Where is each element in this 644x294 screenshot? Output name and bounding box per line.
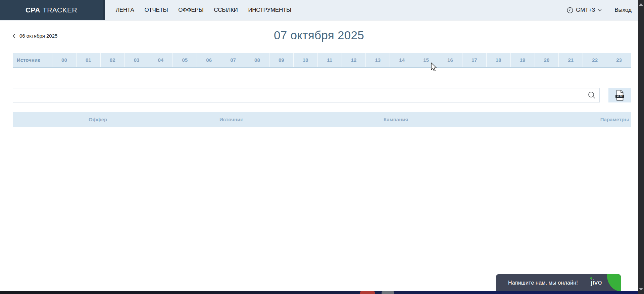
- main-menu: ЛЕНТАОТЧЕТЫОФФЕРЫССЫЛКИИНСТРУМЕНТЫ: [116, 0, 291, 20]
- jivo-leaf-icon: [607, 274, 621, 291]
- hour-column-21: 21: [558, 53, 583, 67]
- hour-column-11: 11: [317, 53, 342, 67]
- bottom-bar: [0, 291, 638, 294]
- table-header-offer: Оффер: [85, 112, 216, 127]
- search-icon[interactable]: [588, 91, 596, 99]
- logo-text-bold: CPA: [26, 6, 40, 14]
- bottom-bar-gray-chip: [382, 291, 394, 294]
- table-header-empty: [13, 112, 85, 127]
- hour-column-15: 15: [414, 53, 438, 67]
- hour-column-02: 02: [100, 53, 125, 67]
- hour-column-00: 00: [52, 53, 76, 67]
- vertical-scrollbar[interactable]: [638, 0, 644, 294]
- nav-item-offery[interactable]: ОФФЕРЫ: [178, 7, 203, 13]
- page-head: 06 октября 2025 07 октября 2025: [0, 20, 638, 53]
- bottom-bar-red-chip: [360, 291, 375, 294]
- results-table-header: ОфферИсточникКампанияПараметры: [13, 112, 631, 127]
- search-row: XLSX: [13, 88, 631, 102]
- jivo-logo-text: jivo: [591, 278, 602, 286]
- jivo-logo: jivo: [591, 278, 602, 286]
- scroll-up-arrow-icon[interactable]: [639, 3, 643, 6]
- hour-column-04: 04: [149, 53, 173, 67]
- hour-column-17: 17: [462, 53, 486, 67]
- timezone-label: GMT+3: [576, 7, 595, 13]
- nav-item-otchety[interactable]: ОТЧЕТЫ: [144, 7, 168, 13]
- clock-icon: [567, 7, 573, 13]
- logo-text-rest: TRACKER: [43, 6, 77, 14]
- scroll-down-arrow-icon[interactable]: [639, 288, 643, 291]
- hour-column-12: 12: [342, 53, 366, 67]
- xlsx-file-icon: XLSX: [615, 90, 624, 101]
- app-logo[interactable]: CPA TRACKER: [0, 0, 105, 20]
- hour-column-16: 16: [438, 53, 462, 67]
- hour-column-13: 13: [365, 53, 390, 67]
- nav-item-instrumenty[interactable]: ИНСТРУМЕНТЫ: [248, 7, 291, 13]
- hours-source-header: Источник: [13, 53, 52, 67]
- nav-item-ssylki[interactable]: ССЫЛКИ: [214, 7, 238, 13]
- logout-link[interactable]: Выход: [614, 7, 632, 13]
- xlsx-icon-label: XLSX: [617, 95, 623, 97]
- hour-column-06: 06: [197, 53, 221, 67]
- table-header-source: Источник: [216, 112, 380, 127]
- hour-column-22: 22: [583, 53, 607, 67]
- hour-column-05: 05: [172, 53, 197, 67]
- hour-column-20: 20: [535, 53, 559, 67]
- table-header-campaign: Кампания: [380, 112, 586, 127]
- hour-column-07: 07: [221, 53, 245, 67]
- chat-widget[interactable]: Напишите нам, мы онлайн! jivo: [496, 274, 621, 291]
- search-box: [13, 88, 600, 102]
- nav-item-lenta[interactable]: ЛЕНТА: [116, 7, 134, 13]
- hour-column-18: 18: [486, 53, 510, 67]
- top-navbar: CPA TRACKER ЛЕНТАОТЧЕТЫОФФЕРЫССЫЛКИИНСТР…: [0, 0, 644, 20]
- hour-column-01: 01: [76, 53, 100, 67]
- hours-header-row: Источник 0001020304050607080910111213141…: [13, 53, 631, 68]
- timezone-selector[interactable]: GMT+3: [567, 7, 602, 13]
- page-title: 07 октября 2025: [0, 29, 638, 42]
- hour-column-10: 10: [293, 53, 317, 67]
- hour-column-23: 23: [607, 53, 631, 67]
- hour-column-09: 09: [269, 53, 293, 67]
- table-header-params: Параметры: [586, 112, 631, 127]
- chat-message: Напишите нам, мы онлайн!: [496, 280, 578, 286]
- search-input[interactable]: [13, 88, 600, 102]
- export-xlsx-button[interactable]: XLSX: [608, 88, 631, 102]
- chevron-down-icon: [598, 9, 602, 11]
- hour-column-14: 14: [390, 53, 414, 67]
- hour-column-08: 08: [245, 53, 269, 67]
- navbar-right: GMT+3 Выход: [567, 0, 644, 20]
- hour-column-19: 19: [510, 53, 535, 67]
- hour-column-03: 03: [125, 53, 149, 67]
